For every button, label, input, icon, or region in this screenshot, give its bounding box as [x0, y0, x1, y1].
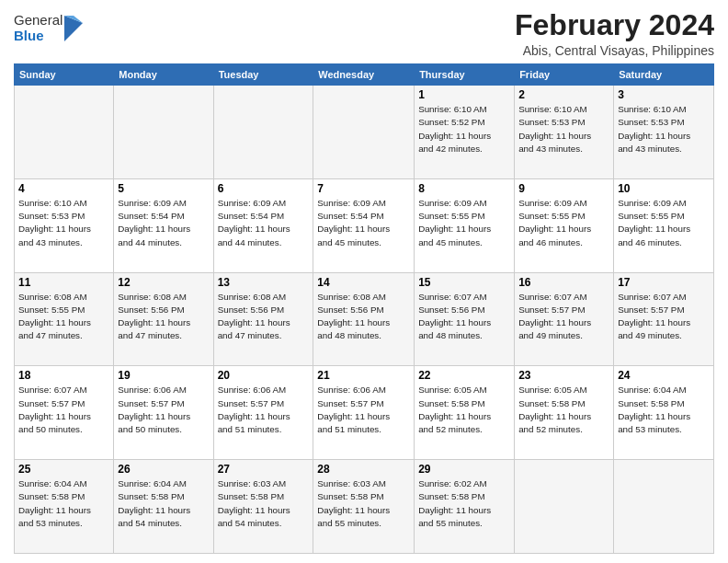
day-number: 15 [418, 276, 510, 289]
calendar-cell: 20Sunrise: 6:06 AM Sunset: 5:57 PM Dayli… [213, 366, 313, 460]
day-number: 27 [218, 463, 310, 476]
day-info: Sunrise: 6:08 AM Sunset: 5:56 PM Dayligh… [317, 291, 410, 343]
day-info: Sunrise: 6:07 AM Sunset: 5:57 PM Dayligh… [518, 291, 609, 343]
day-number: 26 [118, 463, 209, 476]
calendar-cell [515, 460, 614, 554]
day-number: 25 [18, 463, 109, 476]
day-info: Sunrise: 6:09 AM Sunset: 5:54 PM Dayligh… [317, 197, 410, 249]
calendar-cell: 27Sunrise: 6:03 AM Sunset: 5:58 PM Dayli… [213, 460, 313, 554]
day-info: Sunrise: 6:09 AM Sunset: 5:54 PM Dayligh… [218, 197, 310, 249]
day-info: Sunrise: 6:09 AM Sunset: 5:55 PM Dayligh… [418, 197, 510, 249]
calendar-week-1: 1Sunrise: 6:10 AM Sunset: 5:52 PM Daylig… [15, 86, 714, 179]
calendar-cell: 15Sunrise: 6:07 AM Sunset: 5:56 PM Dayli… [415, 272, 515, 366]
calendar-cell [614, 460, 714, 554]
calendar-cell: 5Sunrise: 6:09 AM Sunset: 5:54 PM Daylig… [114, 178, 213, 272]
day-info: Sunrise: 6:04 AM Sunset: 5:58 PM Dayligh… [18, 477, 109, 530]
day-info: Sunrise: 6:07 AM Sunset: 5:57 PM Dayligh… [618, 291, 710, 343]
calendar-cell: 14Sunrise: 6:08 AM Sunset: 5:56 PM Dayli… [313, 272, 415, 366]
day-info: Sunrise: 6:03 AM Sunset: 5:58 PM Dayligh… [317, 477, 410, 530]
day-info: Sunrise: 6:09 AM Sunset: 5:55 PM Dayligh… [518, 197, 609, 249]
day-info: Sunrise: 6:10 AM Sunset: 5:52 PM Dayligh… [418, 103, 510, 155]
day-of-week-tuesday: Tuesday [213, 64, 313, 86]
day-info: Sunrise: 6:10 AM Sunset: 5:53 PM Dayligh… [618, 103, 710, 155]
calendar-week-2: 4Sunrise: 6:10 AM Sunset: 5:53 PM Daylig… [15, 178, 714, 272]
day-number: 13 [218, 276, 310, 289]
calendar-cell [313, 86, 415, 179]
calendar-cell: 10Sunrise: 6:09 AM Sunset: 5:55 PM Dayli… [614, 178, 714, 272]
calendar-cell: 16Sunrise: 6:07 AM Sunset: 5:57 PM Dayli… [515, 272, 614, 366]
day-info: Sunrise: 6:06 AM Sunset: 5:57 PM Dayligh… [118, 384, 209, 436]
day-info: Sunrise: 6:10 AM Sunset: 5:53 PM Dayligh… [518, 103, 609, 155]
calendar-cell: 18Sunrise: 6:07 AM Sunset: 5:57 PM Dayli… [15, 366, 114, 460]
calendar-cell: 29Sunrise: 6:02 AM Sunset: 5:58 PM Dayli… [415, 460, 515, 554]
calendar-cell: 23Sunrise: 6:05 AM Sunset: 5:58 PM Dayli… [515, 366, 614, 460]
day-number: 24 [618, 369, 710, 382]
logo: General Blue [14, 13, 83, 43]
logo-blue: Blue [14, 29, 63, 44]
day-of-week-wednesday: Wednesday [313, 64, 415, 86]
calendar-cell: 25Sunrise: 6:04 AM Sunset: 5:58 PM Dayli… [15, 460, 114, 554]
day-number: 6 [218, 182, 310, 195]
day-number: 16 [518, 276, 609, 289]
month-year: February 2024 [515, 9, 714, 41]
day-number: 23 [518, 369, 609, 382]
calendar-cell: 21Sunrise: 6:06 AM Sunset: 5:57 PM Dayli… [313, 366, 415, 460]
calendar-cell: 8Sunrise: 6:09 AM Sunset: 5:55 PM Daylig… [415, 178, 515, 272]
day-number: 4 [18, 182, 109, 195]
day-of-week-friday: Friday [515, 64, 614, 86]
day-number: 5 [118, 182, 209, 195]
calendar-cell: 19Sunrise: 6:06 AM Sunset: 5:57 PM Dayli… [114, 366, 213, 460]
calendar-cell [114, 86, 213, 179]
calendar-cell: 28Sunrise: 6:03 AM Sunset: 5:58 PM Dayli… [313, 460, 415, 554]
calendar-cell: 1Sunrise: 6:10 AM Sunset: 5:52 PM Daylig… [415, 86, 515, 179]
calendar-cell: 17Sunrise: 6:07 AM Sunset: 5:57 PM Dayli… [614, 272, 714, 366]
day-info: Sunrise: 6:08 AM Sunset: 5:56 PM Dayligh… [218, 291, 310, 343]
day-info: Sunrise: 6:07 AM Sunset: 5:56 PM Dayligh… [418, 291, 510, 343]
calendar-week-4: 18Sunrise: 6:07 AM Sunset: 5:57 PM Dayli… [15, 366, 714, 460]
day-number: 14 [317, 276, 410, 289]
day-number: 11 [18, 276, 109, 289]
day-info: Sunrise: 6:05 AM Sunset: 5:58 PM Dayligh… [518, 384, 609, 436]
day-info: Sunrise: 6:07 AM Sunset: 5:57 PM Dayligh… [18, 384, 109, 436]
header: General Blue February 2024 Abis, Central… [14, 9, 714, 58]
calendar-body: 1Sunrise: 6:10 AM Sunset: 5:52 PM Daylig… [15, 86, 714, 554]
day-number: 8 [418, 182, 510, 195]
calendar-cell: 12Sunrise: 6:08 AM Sunset: 5:56 PM Dayli… [114, 272, 213, 366]
day-info: Sunrise: 6:04 AM Sunset: 5:58 PM Dayligh… [118, 477, 209, 530]
day-header-row: SundayMondayTuesdayWednesdayThursdayFrid… [15, 64, 714, 86]
day-info: Sunrise: 6:04 AM Sunset: 5:58 PM Dayligh… [618, 384, 710, 436]
day-number: 18 [18, 369, 109, 382]
day-info: Sunrise: 6:10 AM Sunset: 5:53 PM Dayligh… [18, 197, 109, 249]
day-info: Sunrise: 6:06 AM Sunset: 5:57 PM Dayligh… [218, 384, 310, 436]
calendar-cell [15, 86, 114, 179]
day-number: 7 [317, 182, 410, 195]
day-number: 22 [418, 369, 510, 382]
day-number: 19 [118, 369, 209, 382]
day-info: Sunrise: 6:08 AM Sunset: 5:55 PM Dayligh… [18, 291, 109, 343]
calendar-cell [213, 86, 313, 179]
day-info: Sunrise: 6:03 AM Sunset: 5:58 PM Dayligh… [218, 477, 310, 530]
calendar-cell: 11Sunrise: 6:08 AM Sunset: 5:55 PM Dayli… [15, 272, 114, 366]
day-number: 9 [518, 182, 609, 195]
day-info: Sunrise: 6:09 AM Sunset: 5:54 PM Dayligh… [118, 197, 209, 249]
day-number: 28 [317, 463, 410, 476]
location: Abis, Central Visayas, Philippines [515, 43, 714, 58]
title-block: February 2024 Abis, Central Visayas, Phi… [515, 9, 714, 58]
day-info: Sunrise: 6:09 AM Sunset: 5:55 PM Dayligh… [618, 197, 710, 249]
day-of-week-sunday: Sunday [15, 64, 114, 86]
logo-general: General [14, 13, 63, 29]
day-number: 1 [418, 88, 510, 101]
calendar-cell: 2Sunrise: 6:10 AM Sunset: 5:53 PM Daylig… [515, 86, 614, 179]
day-number: 21 [317, 369, 410, 382]
day-of-week-saturday: Saturday [614, 64, 714, 86]
calendar-cell: 26Sunrise: 6:04 AM Sunset: 5:58 PM Dayli… [114, 460, 213, 554]
svg-marker-0 [64, 16, 83, 41]
day-number: 29 [418, 463, 510, 476]
day-number: 3 [618, 88, 710, 101]
calendar-cell: 22Sunrise: 6:05 AM Sunset: 5:58 PM Dayli… [415, 366, 515, 460]
day-number: 20 [218, 369, 310, 382]
calendar-cell: 7Sunrise: 6:09 AM Sunset: 5:54 PM Daylig… [313, 178, 415, 272]
calendar-cell: 4Sunrise: 6:10 AM Sunset: 5:53 PM Daylig… [15, 178, 114, 272]
day-info: Sunrise: 6:08 AM Sunset: 5:56 PM Dayligh… [118, 291, 209, 343]
day-number: 10 [618, 182, 710, 195]
